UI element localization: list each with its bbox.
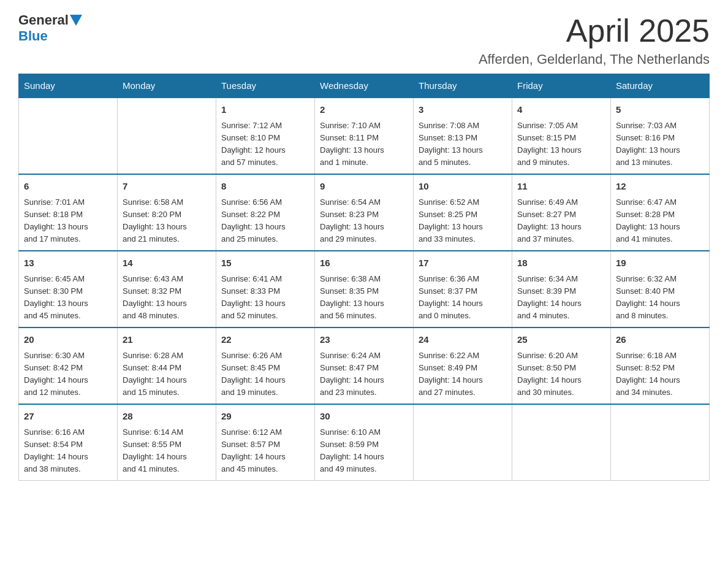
day-info: Sunrise: 7:10 AMSunset: 8:11 PMDaylight:… xyxy=(320,120,408,169)
calendar-cell: 18Sunrise: 6:34 AMSunset: 8:39 PMDayligh… xyxy=(512,251,611,327)
day-number: 23 xyxy=(320,333,408,347)
day-info: Sunrise: 6:43 AMSunset: 8:32 PMDaylight:… xyxy=(123,273,211,323)
day-number: 29 xyxy=(221,410,309,424)
calendar-cell: 6Sunrise: 7:01 AMSunset: 8:18 PMDaylight… xyxy=(19,174,118,251)
day-number: 1 xyxy=(221,103,309,117)
calendar-cell xyxy=(512,404,611,481)
calendar-table: SundayMondayTuesdayWednesdayThursdayFrid… xyxy=(18,74,710,481)
day-number: 15 xyxy=(221,256,309,270)
title-block: April 2025 Afferden, Gelderland, The Net… xyxy=(479,12,710,67)
calendar-cell: 22Sunrise: 6:26 AMSunset: 8:45 PMDayligh… xyxy=(216,327,315,404)
weekday-header-monday: Monday xyxy=(118,74,216,98)
day-info: Sunrise: 7:01 AMSunset: 8:18 PMDaylight:… xyxy=(24,196,112,246)
weekday-header-sunday: Sunday xyxy=(19,74,118,98)
calendar-cell: 3Sunrise: 7:08 AMSunset: 8:13 PMDaylight… xyxy=(414,98,512,174)
calendar-cell: 19Sunrise: 6:32 AMSunset: 8:40 PMDayligh… xyxy=(611,251,710,327)
calendar-cell: 8Sunrise: 6:56 AMSunset: 8:22 PMDaylight… xyxy=(216,174,315,251)
day-info: Sunrise: 6:28 AMSunset: 8:44 PMDaylight:… xyxy=(123,350,211,399)
day-info: Sunrise: 6:26 AMSunset: 8:45 PMDaylight:… xyxy=(221,350,309,399)
day-info: Sunrise: 6:10 AMSunset: 8:59 PMDaylight:… xyxy=(320,426,408,476)
day-info: Sunrise: 6:24 AMSunset: 8:47 PMDaylight:… xyxy=(320,350,408,399)
weekday-header-thursday: Thursday xyxy=(414,74,512,98)
calendar-cell: 30Sunrise: 6:10 AMSunset: 8:59 PMDayligh… xyxy=(315,404,414,481)
calendar-cell: 2Sunrise: 7:10 AMSunset: 8:11 PMDaylight… xyxy=(315,98,414,174)
day-info: Sunrise: 6:12 AMSunset: 8:57 PMDaylight:… xyxy=(221,426,309,476)
weekday-header-friday: Friday xyxy=(512,74,611,98)
calendar-cell: 14Sunrise: 6:43 AMSunset: 8:32 PMDayligh… xyxy=(118,251,216,327)
calendar-cell: 23Sunrise: 6:24 AMSunset: 8:47 PMDayligh… xyxy=(315,327,414,404)
day-number: 30 xyxy=(320,410,408,424)
day-number: 28 xyxy=(123,410,211,424)
day-number: 3 xyxy=(419,103,507,117)
calendar-cell: 28Sunrise: 6:14 AMSunset: 8:55 PMDayligh… xyxy=(118,404,216,481)
day-number: 27 xyxy=(24,410,112,424)
calendar-cell: 9Sunrise: 6:54 AMSunset: 8:23 PMDaylight… xyxy=(315,174,414,251)
calendar-cell xyxy=(19,98,118,174)
day-number: 11 xyxy=(517,180,605,194)
calendar-cell xyxy=(611,404,710,481)
calendar-cell: 11Sunrise: 6:49 AMSunset: 8:27 PMDayligh… xyxy=(512,174,611,251)
day-number: 25 xyxy=(517,333,605,347)
weekday-header-wednesday: Wednesday xyxy=(315,74,414,98)
calendar-cell: 24Sunrise: 6:22 AMSunset: 8:49 PMDayligh… xyxy=(414,327,512,404)
day-info: Sunrise: 6:36 AMSunset: 8:37 PMDaylight:… xyxy=(419,273,507,323)
day-info: Sunrise: 7:12 AMSunset: 8:10 PMDaylight:… xyxy=(221,120,309,169)
day-info: Sunrise: 6:22 AMSunset: 8:49 PMDaylight:… xyxy=(419,350,507,399)
logo: General Blue xyxy=(18,12,83,44)
day-info: Sunrise: 6:14 AMSunset: 8:55 PMDaylight:… xyxy=(123,426,211,476)
day-number: 18 xyxy=(517,256,605,270)
calendar-cell: 25Sunrise: 6:20 AMSunset: 8:50 PMDayligh… xyxy=(512,327,611,404)
day-info: Sunrise: 6:45 AMSunset: 8:30 PMDaylight:… xyxy=(24,273,112,323)
day-number: 8 xyxy=(221,180,309,194)
day-number: 12 xyxy=(616,180,704,194)
calendar-week-row: 27Sunrise: 6:16 AMSunset: 8:54 PMDayligh… xyxy=(19,404,710,481)
day-number: 19 xyxy=(616,256,704,270)
calendar-cell: 13Sunrise: 6:45 AMSunset: 8:30 PMDayligh… xyxy=(19,251,118,327)
day-number: 14 xyxy=(123,256,211,270)
day-number: 22 xyxy=(221,333,309,347)
day-number: 9 xyxy=(320,180,408,194)
calendar-cell: 4Sunrise: 7:05 AMSunset: 8:15 PMDaylight… xyxy=(512,98,611,174)
calendar-cell: 1Sunrise: 7:12 AMSunset: 8:10 PMDaylight… xyxy=(216,98,315,174)
day-info: Sunrise: 6:52 AMSunset: 8:25 PMDaylight:… xyxy=(419,196,507,246)
calendar-cell: 21Sunrise: 6:28 AMSunset: 8:44 PMDayligh… xyxy=(118,327,216,404)
logo-triangle-icon xyxy=(70,15,82,26)
weekday-header-row: SundayMondayTuesdayWednesdayThursdayFrid… xyxy=(19,74,710,98)
day-number: 17 xyxy=(419,256,507,270)
day-info: Sunrise: 6:30 AMSunset: 8:42 PMDaylight:… xyxy=(24,350,112,399)
day-number: 16 xyxy=(320,256,408,270)
calendar-week-row: 6Sunrise: 7:01 AMSunset: 8:18 PMDaylight… xyxy=(19,174,710,251)
calendar-week-row: 13Sunrise: 6:45 AMSunset: 8:30 PMDayligh… xyxy=(19,251,710,327)
calendar-body: 1Sunrise: 7:12 AMSunset: 8:10 PMDaylight… xyxy=(19,98,710,481)
calendar-week-row: 20Sunrise: 6:30 AMSunset: 8:42 PMDayligh… xyxy=(19,327,710,404)
day-number: 26 xyxy=(616,333,704,347)
day-info: Sunrise: 6:38 AMSunset: 8:35 PMDaylight:… xyxy=(320,273,408,323)
calendar-cell: 5Sunrise: 7:03 AMSunset: 8:16 PMDaylight… xyxy=(611,98,710,174)
day-number: 20 xyxy=(24,333,112,347)
calendar-title: April 2025 xyxy=(479,12,710,49)
calendar-cell: 7Sunrise: 6:58 AMSunset: 8:20 PMDaylight… xyxy=(118,174,216,251)
calendar-cell xyxy=(118,98,216,174)
calendar-cell: 26Sunrise: 6:18 AMSunset: 8:52 PMDayligh… xyxy=(611,327,710,404)
day-number: 7 xyxy=(123,180,211,194)
weekday-header-tuesday: Tuesday xyxy=(216,74,315,98)
day-info: Sunrise: 6:47 AMSunset: 8:28 PMDaylight:… xyxy=(616,196,704,246)
calendar-cell: 20Sunrise: 6:30 AMSunset: 8:42 PMDayligh… xyxy=(19,327,118,404)
day-info: Sunrise: 6:16 AMSunset: 8:54 PMDaylight:… xyxy=(24,426,112,476)
calendar-week-row: 1Sunrise: 7:12 AMSunset: 8:10 PMDaylight… xyxy=(19,98,710,174)
calendar-cell: 16Sunrise: 6:38 AMSunset: 8:35 PMDayligh… xyxy=(315,251,414,327)
calendar-cell: 12Sunrise: 6:47 AMSunset: 8:28 PMDayligh… xyxy=(611,174,710,251)
calendar-header: SundayMondayTuesdayWednesdayThursdayFrid… xyxy=(19,74,710,98)
calendar-cell: 10Sunrise: 6:52 AMSunset: 8:25 PMDayligh… xyxy=(414,174,512,251)
day-info: Sunrise: 6:34 AMSunset: 8:39 PMDaylight:… xyxy=(517,273,605,323)
calendar-subtitle: Afferden, Gelderland, The Netherlands xyxy=(479,52,710,67)
day-number: 24 xyxy=(419,333,507,347)
day-info: Sunrise: 6:56 AMSunset: 8:22 PMDaylight:… xyxy=(221,196,309,246)
calendar-cell: 27Sunrise: 6:16 AMSunset: 8:54 PMDayligh… xyxy=(19,404,118,481)
day-number: 2 xyxy=(320,103,408,117)
calendar-cell: 29Sunrise: 6:12 AMSunset: 8:57 PMDayligh… xyxy=(216,404,315,481)
day-info: Sunrise: 7:05 AMSunset: 8:15 PMDaylight:… xyxy=(517,120,605,169)
logo-blue-text: Blue xyxy=(18,28,48,44)
calendar-cell xyxy=(414,404,512,481)
calendar-cell: 15Sunrise: 6:41 AMSunset: 8:33 PMDayligh… xyxy=(216,251,315,327)
